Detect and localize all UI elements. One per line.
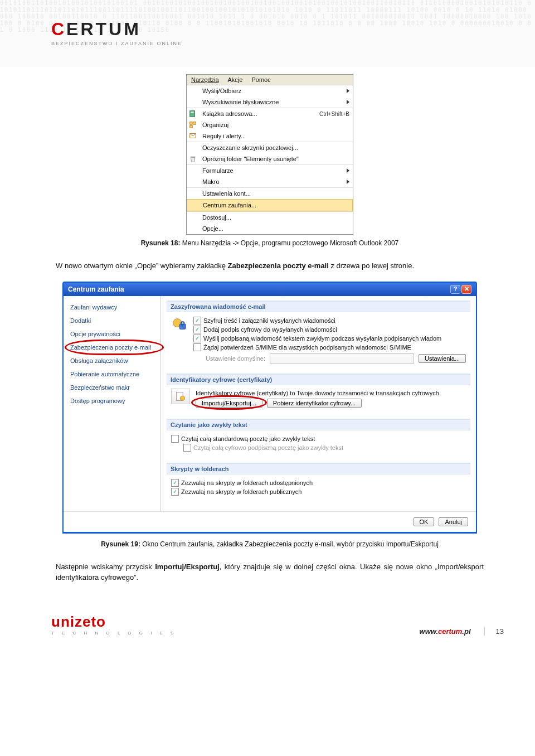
nav-privacy-options[interactable]: Opcje prywatności [64,327,160,341]
paragraph-2: Następnie wciskamy przycisk Importuj/Eks… [56,561,484,583]
nav-macro-security[interactable]: Bezpieczeństwo makr [64,381,160,394]
rules-icon [189,132,200,140]
nav-programmatic-access[interactable]: Dostęp programowy [64,394,160,408]
chk-cleartext[interactable]: Wyślij podpisaną wiadomość tekstem zwykł… [193,335,466,342]
menu-item-address-book[interactable]: Książka adresowa... Ctrl+Shift+B [187,108,353,119]
menubar-actions[interactable]: Akcje [228,76,243,83]
svg-rect-4 [190,125,192,128]
page-footer: unizeto T E C H N O L O G I E S www.cert… [0,593,535,644]
svg-point-11 [180,396,184,400]
dialog-titlebar: Centrum zaufania ? ✕ [64,283,476,296]
checkbox-icon [193,343,201,351]
get-digital-id-button[interactable]: Pobierz identyfikator cyfrowy... [267,399,362,408]
caption-label: Rysunek 19: [101,540,142,548]
group-folder-scripts: Skrypty w folderach Zezwalaj na skrypty … [167,463,470,501]
organize-icon [189,121,200,129]
trash-icon [189,155,200,163]
dialog-nav: Zaufani wydawcy Dodatki Opcje prywatnośc… [64,296,161,511]
settings-button[interactable]: Ustawienia... [419,354,466,363]
ok-button[interactable]: OK [414,517,435,526]
menu-item-account-settings[interactable]: Ustawienia kont... [187,187,353,199]
blank-icon [189,98,200,106]
help-button[interactable]: ? [450,285,460,294]
lock-icon [171,316,188,332]
group-encrypted-email: Zaszyfrowana wiadomość e-mail Szyfruj tr… [167,301,470,368]
checkbox-icon [183,444,191,452]
svg-rect-2 [190,122,192,124]
default-setting-dropdown[interactable] [270,353,414,364]
nav-attachments[interactable]: Obsługa załączników [64,354,160,367]
highlight-circle-2: Importuj/Eksportuj... [196,399,262,408]
submenu-arrow-icon [347,89,349,93]
menu-item-macro[interactable]: Makro [187,176,353,187]
dialog-footer: OK Anuluj [64,511,476,532]
menu-item-instant-search[interactable]: Wyszukiwanie błyskawiczne [187,96,353,108]
checkbox-icon [193,326,201,333]
menubar-tools[interactable]: Narzędzia [191,76,219,83]
blank-icon [189,201,201,209]
cancel-button[interactable]: Anuluj [439,517,468,526]
figure-18-caption: Rysunek 18: Menu Narzędzia -> Opcje, pro… [56,239,484,247]
paragraph-1: W nowo otwartym oknie „Opcje” wybieramy … [56,260,484,272]
certificate-icon [171,389,190,404]
default-setting-label: Ustawienie domyślne: [206,355,265,362]
checkbox-icon [193,317,201,324]
nav-email-security[interactable]: Zabezpieczenia poczty e-mail [64,341,160,354]
chk-smime-receipt[interactable]: Żądaj potwierdzeń S/MIME dla wszystkich … [193,343,466,351]
blank-icon [189,144,200,152]
group-header: Czytanie jako zwykły tekst [167,419,470,430]
submenu-arrow-icon [347,168,349,173]
menubar-help[interactable]: Pomoc [251,76,270,83]
figure-19-caption: Rysunek 19: Okno Centrum zaufania, zakła… [56,540,484,548]
chk-shared-scripts[interactable]: Zezwalaj na skrypty w folderach udostępn… [171,479,466,487]
group-header: Identyfikatory cyfrowe (certyfikaty) [167,374,470,385]
blank-icon [189,190,200,197]
menu-item-options[interactable]: Opcje... [187,223,353,234]
page-number: 13 [484,627,504,636]
certum-logo-c: C [51,19,66,39]
footer-url: www.certum.pl [420,627,471,636]
close-button[interactable]: ✕ [461,285,471,294]
certum-logo: CERTUM [51,19,535,40]
chk-read-plain[interactable]: Czytaj całą standardową pocztę jako zwyk… [171,435,466,443]
nav-trusted-publishers[interactable]: Zaufani wydawcy [64,301,160,314]
chk-sign[interactable]: Dodaj podpis cyfrowy do wysyłanych wiado… [193,326,466,333]
svg-rect-6 [191,157,196,158]
blank-icon [189,225,200,232]
group-digital-ids: Identyfikatory cyfrowe (certyfikaty) Ide… [167,374,470,413]
outlook-menubar: Narzędzia Akcje Pomoc [187,75,353,85]
import-export-button[interactable]: Importuj/Eksportuj... [196,399,262,408]
menu-item-empty-deleted[interactable]: Opróżnij folder "Elementy usunięte" [187,153,353,164]
menu-item-send-receive[interactable]: Wyślij/Odbierz [187,85,353,96]
menu-item-rules-alerts[interactable]: Reguły i alerty... [187,130,353,142]
menu-item-forms[interactable]: Formularze [187,164,353,176]
menu-item-trust-center[interactable]: Centrum zaufania... [187,199,353,211]
dialog-title: Centrum zaufania [68,285,124,293]
blank-icon [189,167,200,175]
checkbox-icon [171,488,179,496]
blank-icon [189,178,200,186]
nav-auto-download[interactable]: Pobieranie automatyczne [64,367,160,381]
menu-item-organize[interactable]: Organizuj [187,119,353,130]
submenu-arrow-icon [347,180,349,184]
svg-rect-0 [190,111,195,117]
svg-rect-1 [191,112,194,113]
menu-item-mailbox-cleanup[interactable]: Oczyszczanie skrzynki pocztowej... [187,142,353,153]
page-header: CERTUM BEZPIECZEŃSTWO I ZAUFANIE ONLINE [0,13,535,52]
checkbox-icon [193,335,201,342]
shortcut-text: Ctrl+Shift+B [319,111,349,117]
group-header: Skrypty w folderach [167,463,470,474]
checkbox-icon [171,435,179,443]
outlook-menu-items: Wyślij/Odbierz Wyszukiwanie błyskawiczne… [187,85,353,234]
nav-addins[interactable]: Dodatki [64,314,160,327]
caption-text: Menu Narzędzia -> Opcje, programu poczto… [182,239,399,247]
checkbox-icon [171,479,179,487]
menu-item-customize[interactable]: Dostosuj... [187,211,353,223]
blank-icon [189,214,200,221]
chk-public-scripts[interactable]: Zezwalaj na skrypty w folderach publiczn… [171,488,466,496]
blank-icon [189,87,200,95]
unizeto-logo: unizeto T E C H N O L O G I E S [51,613,177,636]
chk-encrypt[interactable]: Szyfruj treść i załączniki wysyłanych wi… [193,317,466,324]
certum-tagline: BEZPIECZEŃSTWO I ZAUFANIE ONLINE [51,41,535,46]
group-header: Zaszyfrowana wiadomość e-mail [167,301,470,312]
